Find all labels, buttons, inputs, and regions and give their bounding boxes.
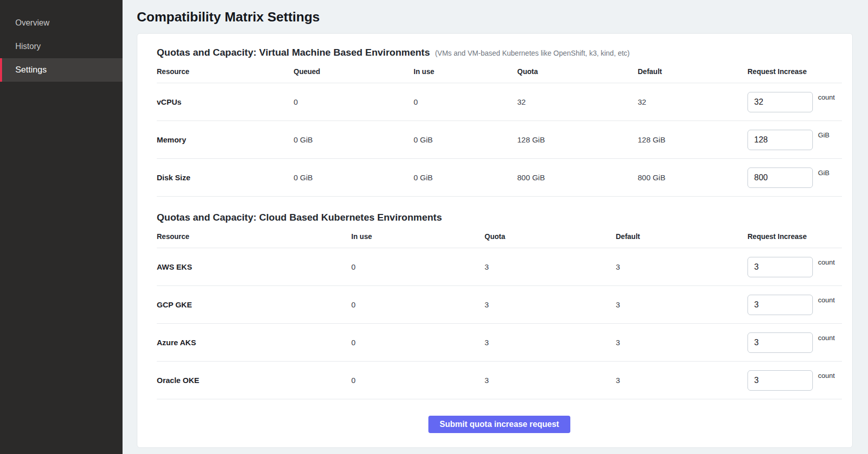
vcpus-request-input[interactable] [748,92,813,112]
main-content: Compatibility Matrix Settings Quotas and… [123,0,868,454]
request-increase-cell: count [748,332,842,353]
table-row-vcpus: vCPUs 0 0 32 32 count [157,83,842,121]
unit-label: count [818,334,835,342]
resource-label: vCPUs [157,98,294,106]
resource-label: Disk Size [157,173,294,182]
col-request-increase: Request Increase [748,232,842,241]
quota-value: 3 [485,376,616,385]
in-use-value: 0 [414,98,517,106]
sidebar-item-history[interactable]: History [0,35,123,58]
default-value: 3 [616,376,748,385]
table-row-gcp-gke: GCP GKE 0 3 3 count [157,286,842,324]
sidebar-item-label: Overview [15,18,50,28]
quota-value: 32 [517,98,638,106]
sidebar-item-settings[interactable]: Settings [0,58,123,82]
default-value: 3 [616,262,748,271]
request-increase-cell: GiB [748,168,842,188]
page-title: Compatibility Matrix Settings [137,9,853,25]
app-root: Overview History Settings Compatibility … [0,0,868,454]
cloud-section-title: Quotas and Capacity: Cloud Based Kuberne… [157,212,442,223]
table-row-aws-eks: AWS EKS 0 3 3 count [157,248,842,286]
aws-eks-request-input[interactable] [748,257,813,277]
col-resource: Resource [157,232,351,241]
resource-label: Oracle OKE [157,376,351,385]
quota-value: 3 [485,338,616,347]
in-use-value: 0 [351,338,485,347]
table-row-azure-aks: Azure AKS 0 3 3 count [157,324,842,362]
cloud-section-header: Quotas and Capacity: Cloud Based Kuberne… [157,212,842,223]
vm-table-header: Resource Queued In use Quota Default Req… [157,61,842,83]
queued-value: 0 GiB [294,173,414,182]
unit-label: GiB [818,131,830,139]
resource-label: Memory [157,135,294,144]
cloud-table-header: Resource In use Quota Default Request In… [157,226,842,248]
unit-label: count [818,296,835,304]
disk-size-request-input[interactable] [748,168,813,188]
queued-value: 0 [294,98,414,106]
in-use-value: 0 [351,262,485,271]
table-row-disk-size: Disk Size 0 GiB 0 GiB 800 GiB 800 GiB Gi… [157,159,842,197]
queued-value: 0 GiB [294,135,414,144]
col-resource: Resource [157,67,294,76]
memory-request-input[interactable] [748,130,813,150]
default-value: 3 [616,338,748,347]
sidebar-item-overview[interactable]: Overview [0,11,123,35]
request-increase-cell: count [748,92,842,112]
gcp-gke-request-input[interactable] [748,295,813,315]
default-value: 3 [616,300,748,309]
vm-section-header: Quotas and Capacity: Virtual Machine Bas… [157,47,842,58]
request-increase-cell: count [748,257,842,277]
resource-label: Azure AKS [157,338,351,347]
resource-label: GCP GKE [157,300,351,309]
quota-value: 3 [485,300,616,309]
col-in-use: In use [351,232,485,241]
request-increase-cell: GiB [748,130,842,150]
vm-section-title: Quotas and Capacity: Virtual Machine Bas… [157,47,430,58]
col-request-increase: Request Increase [748,67,842,76]
sidebar-item-label: Settings [15,65,46,75]
sidebar-item-label: History [15,42,41,51]
quota-value: 3 [485,262,616,271]
default-value: 128 GiB [638,135,748,144]
in-use-value: 0 [351,300,485,309]
in-use-value: 0 [351,376,485,385]
quota-value: 128 GiB [517,135,638,144]
col-queued: Queued [294,67,414,76]
in-use-value: 0 GiB [414,173,517,182]
resource-label: AWS EKS [157,262,351,271]
vm-section-subtitle: (VMs and VM-based Kubernetes like OpenSh… [435,49,630,57]
azure-aks-request-input[interactable] [748,332,813,353]
in-use-value: 0 GiB [414,135,517,144]
request-increase-cell: count [748,370,842,391]
unit-label: count [818,258,835,266]
default-value: 32 [638,98,748,106]
col-default: Default [616,232,748,241]
request-increase-cell: count [748,295,842,315]
submit-quota-increase-button[interactable]: Submit quota increase request [428,416,570,433]
unit-label: count [818,93,835,101]
submit-row: Submit quota increase request [157,416,842,433]
table-row-oracle-oke: Oracle OKE 0 3 3 count [157,362,842,399]
default-value: 800 GiB [638,173,748,182]
col-default: Default [638,67,748,76]
quota-value: 800 GiB [517,173,638,182]
table-row-memory: Memory 0 GiB 0 GiB 128 GiB 128 GiB GiB [157,121,842,159]
unit-label: count [818,372,835,379]
col-quota: Quota [517,67,638,76]
unit-label: GiB [818,169,830,177]
col-in-use: In use [414,67,517,76]
sidebar: Overview History Settings [0,0,123,454]
col-quota: Quota [485,232,616,241]
oracle-oke-request-input[interactable] [748,370,813,391]
quotas-card: Quotas and Capacity: Virtual Machine Bas… [137,33,853,448]
